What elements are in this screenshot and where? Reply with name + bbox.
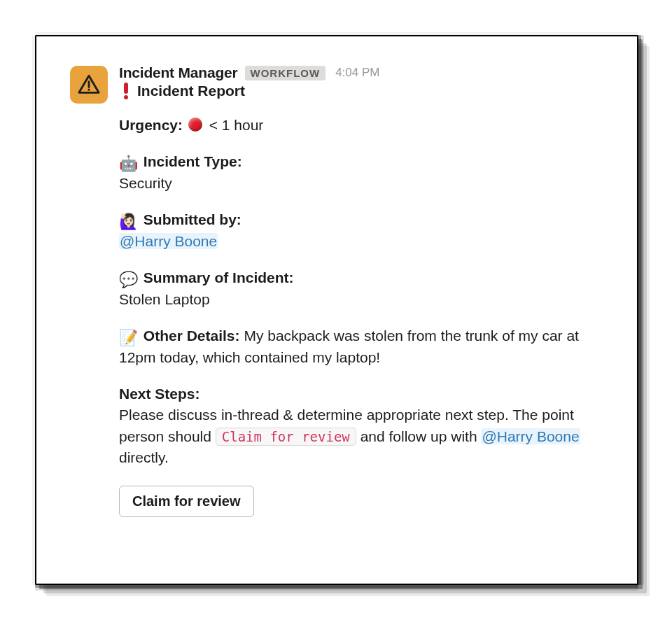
red-circle-icon <box>188 118 202 132</box>
robot-icon: 🤖 <box>119 156 138 171</box>
title-text: Incident Report <box>137 83 245 99</box>
sender-name[interactable]: Incident Manager <box>119 64 238 81</box>
workflow-badge: WORKFLOW <box>245 66 326 80</box>
speech-bubble-icon: 💬 <box>119 272 138 288</box>
other-details-label: Other Details: <box>144 327 240 344</box>
incident-type-label: Incident Type: <box>144 153 242 169</box>
svg-point-1 <box>88 88 90 90</box>
exclamation-icon <box>119 83 133 99</box>
claim-for-review-button[interactable]: Claim for review <box>119 486 254 517</box>
claim-code-pill: Claim for review <box>216 428 356 446</box>
summary-value: Stolen Laptop <box>119 289 603 310</box>
next-steps-text-2: and follow up with <box>360 428 482 444</box>
message-card: Incident Manager WORKFLOW 4:04 PM Incide… <box>35 35 638 585</box>
next-steps-label: Next Steps: <box>119 383 603 404</box>
incident-type-value: Security <box>119 173 603 194</box>
memo-icon: 📝 <box>119 330 138 346</box>
section-submitted-by: 🙋🏻‍♀️ Submitted by: @Harry Boone <box>119 209 603 252</box>
message-timestamp[interactable]: 4:04 PM <box>335 66 379 80</box>
next-steps-text-3: directly. <box>119 449 169 465</box>
warning-triangle-icon <box>77 73 101 97</box>
section-incident-type: 🤖 Incident Type: Security <box>119 151 603 194</box>
section-summary: 💬 Summary of Incident: Stolen Laptop <box>119 267 603 310</box>
raising-hand-icon: 🙋🏻‍♀️ <box>119 214 138 230</box>
message-title: Incident Report <box>119 83 603 99</box>
urgency-label: Urgency: <box>119 117 183 133</box>
urgency-value: < 1 hour <box>209 117 264 133</box>
section-urgency: Urgency: < 1 hour <box>119 115 603 136</box>
submitted-by-label: Submitted by: <box>144 211 241 227</box>
message-header: Incident Manager WORKFLOW 4:04 PM <box>119 64 603 81</box>
section-next-steps: Next Steps: Please discuss in-thread & d… <box>119 383 603 469</box>
submitter-mention[interactable]: @Harry Boone <box>119 233 218 249</box>
sender-avatar <box>70 66 108 104</box>
section-other-details: 📝 Other Details: My backpack was stolen … <box>119 325 603 368</box>
next-steps-body: Please discuss in-thread & determine app… <box>119 404 603 468</box>
followup-mention[interactable]: @Harry Boone <box>481 428 580 444</box>
summary-label: Summary of Incident: <box>144 269 294 286</box>
